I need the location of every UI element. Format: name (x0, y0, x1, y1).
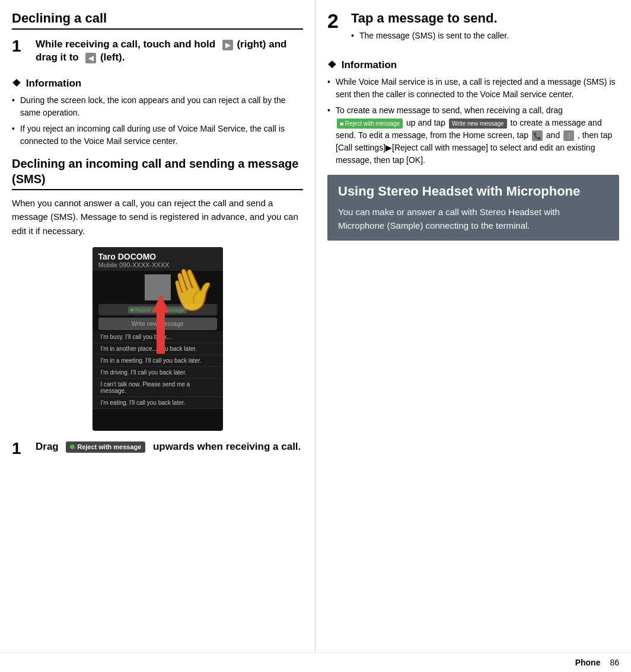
info-bullet-1-1: If you reject an incoming call during us… (12, 123, 303, 148)
footer-page-number: 86 (610, 658, 619, 667)
step2-content: Tap a message to send. The message (SMS)… (351, 11, 619, 42)
step1b-title: Drag Reject with message upwards when re… (36, 440, 303, 453)
arrow-overlay (152, 295, 170, 354)
step1b-content: Drag Reject with message upwards when re… (36, 440, 303, 453)
step1-title: While receiving a call, touch and hold ▶… (36, 38, 303, 64)
info-bullet-2-1: To create a new message to send, when re… (327, 104, 619, 167)
blue-section: Using Stereo Headset with Microphone You… (327, 175, 619, 241)
info-bullets-2: While Voice Mail service is in use, a ca… (327, 76, 619, 167)
section2-title: Declining an incoming call and sending a… (12, 156, 303, 190)
intro-text: When you cannot answer a call, you can r… (12, 196, 303, 238)
phone-screenshot: Taro DOCOMO Mobile 090-XXXX-XXXX ■ Rejec… (93, 247, 223, 431)
info-bullet-2-0: While Voice Mail service is in use, a ca… (327, 76, 619, 101)
step2-block: 2 Tap a message to send. The message (SM… (327, 11, 619, 50)
info-bullets-1: During the screen lock, the icon appears… (12, 94, 303, 148)
step2-title: Tap a message to send. (351, 11, 619, 26)
step2-bullets: The message (SMS) is sent to the caller. (351, 30, 619, 42)
phone-icon: 📞 (532, 130, 543, 141)
step1b-drag-label: Drag (36, 441, 61, 452)
step1b-suffix: upwards when receiving a call. (150, 441, 301, 452)
reject-drag-badge: Reject with message (66, 441, 145, 452)
footer-bar: Phone 86 (0, 652, 631, 672)
step2-number: 2 (327, 11, 339, 31)
reject-inline-badge: ■ Reject with message (337, 119, 403, 129)
footer-section-label: Phone (575, 658, 601, 667)
msg-option-3: I'm driving. I'll call you back later. (93, 367, 223, 379)
left-icon: ◀ (85, 53, 96, 63)
info-section-2: Information While Voice Mail service is … (327, 59, 619, 167)
arrow-shaft (157, 312, 165, 354)
badge-dot (70, 444, 75, 449)
info-heading-2: Information (327, 59, 619, 71)
right-icon: ▶ (222, 40, 233, 50)
left-column: Declining a call 1 While receiving a cal… (0, 0, 316, 652)
msg-option-5: I'm eating. I'll call you back later. (93, 397, 223, 409)
section1-title: Declining a call (12, 11, 303, 30)
info-bullet-1-0: During the screen lock, the icon appears… (12, 94, 303, 119)
step1-number: 1 (12, 38, 21, 55)
write-inline-badge: Write new message (449, 119, 507, 129)
step1b-number: 1 (12, 440, 21, 457)
step1b-block: 1 Drag Reject with message upwards when … (12, 440, 303, 457)
msg-option-2: I'm in a meeting. I'll call you back lat… (93, 355, 223, 367)
badge-text: Reject with message (77, 443, 141, 451)
step2-bullet-0: The message (SMS) is sent to the caller. (351, 30, 619, 42)
info-heading-1: Information (12, 77, 303, 89)
step1-content: While receiving a call, touch and hold ▶… (36, 38, 303, 64)
step1-block: 1 While receiving a call, touch and hold… (12, 38, 303, 68)
msg-option-4: I can't talk now. Please send me a messa… (93, 379, 223, 397)
blue-section-body: You can make or answer a call with Stere… (338, 205, 608, 233)
right-column: 2 Tap a message to send. The message (SM… (316, 0, 631, 652)
blue-section-title: Using Stereo Headset with Microphone (338, 183, 608, 200)
menu-icon: ⋮ (563, 130, 574, 141)
info-section-1: Information During the screen lock, the … (12, 77, 303, 148)
